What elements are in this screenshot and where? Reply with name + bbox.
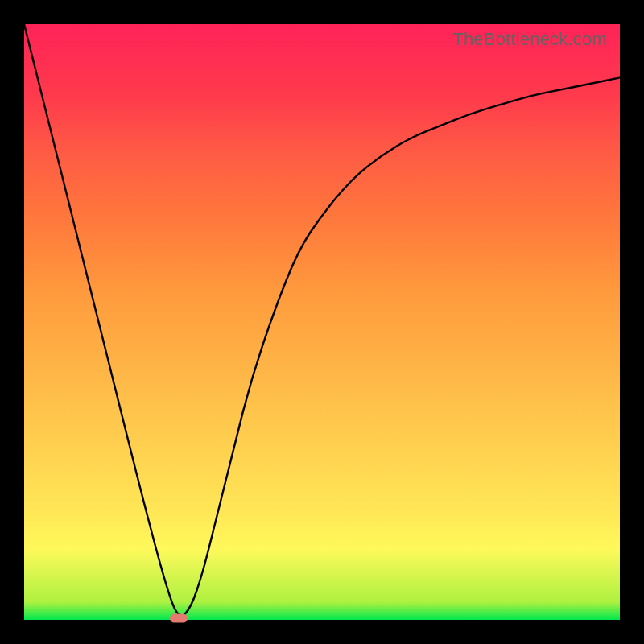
optimal-marker [170, 614, 188, 623]
plot-area: TheBottleneck.com [24, 24, 620, 620]
bottleneck-curve [24, 24, 620, 620]
curve-path [24, 24, 620, 616]
chart-frame: TheBottleneck.com [0, 0, 644, 644]
